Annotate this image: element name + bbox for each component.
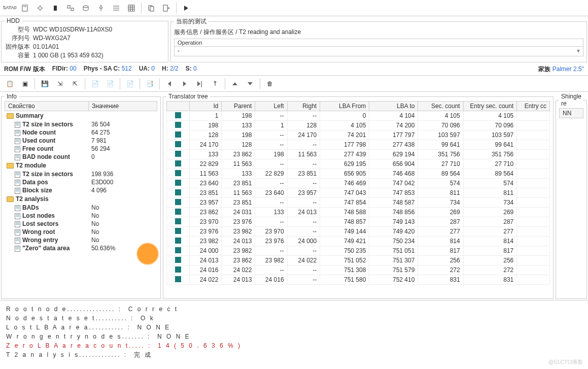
copy-icon[interactable] xyxy=(144,1,159,15)
chart-icon[interactable] xyxy=(109,1,124,15)
node-icon xyxy=(175,151,181,157)
info-row[interactable]: BAD node count0 xyxy=(5,153,157,161)
info-row[interactable]: Used count7 981 xyxy=(5,137,157,145)
nav-end-icon[interactable]: | xyxy=(192,77,207,91)
node-icon xyxy=(175,189,181,195)
exit-icon[interactable] xyxy=(159,1,174,15)
svg-point-2 xyxy=(39,7,42,10)
info-row[interactable]: Data posE3D000 xyxy=(5,178,157,186)
save-icon[interactable]: 💾 xyxy=(37,77,52,91)
folder-icon xyxy=(7,113,14,119)
doc1-icon[interactable]: 📄 xyxy=(87,77,102,91)
save2-icon[interactable]: ⇲ xyxy=(52,77,67,91)
tree-col[interactable]: Parent xyxy=(222,102,255,111)
table-row[interactable]: 23 95723 851----747 854748 587734734 xyxy=(167,198,550,208)
action2-icon[interactable]: ▣ xyxy=(17,77,32,91)
grid-icon[interactable] xyxy=(124,1,139,15)
main-toolbar: SATA0 xyxy=(0,0,588,16)
doc4-icon[interactable]: 📑 xyxy=(142,77,157,91)
table-row[interactable]: 23 98224 01323 97624 000749 421750 23481… xyxy=(167,237,550,246)
svg-rect-0 xyxy=(22,5,27,11)
translator-tree-panel: Translator tree IdParentLeftRightLBA Fro… xyxy=(163,93,554,299)
tree-col[interactable]: Right xyxy=(287,102,320,111)
tree-col[interactable]: LBA From xyxy=(320,102,369,111)
hdd-legend: HDD xyxy=(5,17,22,24)
doc-icon xyxy=(15,122,20,128)
tree-col[interactable]: Id xyxy=(190,102,222,111)
chip-icon[interactable] xyxy=(48,1,63,15)
gear-icon[interactable] xyxy=(32,1,48,15)
table-row[interactable]: 13323 86219811 563277 439629 194351 7563… xyxy=(167,150,550,159)
tool-icon[interactable] xyxy=(17,1,32,15)
info-folder[interactable]: T2 analysis xyxy=(5,194,157,204)
svg-rect-11 xyxy=(163,5,167,11)
info-folder[interactable]: T2 module xyxy=(5,161,157,170)
table-row[interactable]: 23 97023 976----748 857749 143287287 xyxy=(167,217,550,227)
module-icon[interactable] xyxy=(63,1,78,15)
table-row[interactable]: 19813311284 10574 20070 09670 096 xyxy=(167,121,550,130)
node-icon xyxy=(175,122,181,128)
svg-rect-4 xyxy=(67,6,70,8)
doc-icon xyxy=(15,246,20,252)
play-icon xyxy=(184,6,188,11)
tree-col[interactable]: Sec. count xyxy=(418,102,463,111)
node-icon xyxy=(175,170,181,176)
table-row[interactable]: 24 01624 022----751 308751 579272272 xyxy=(167,265,550,275)
doc-icon xyxy=(15,154,20,160)
tree-col[interactable]: Entry cc xyxy=(517,102,550,111)
tool2-icon[interactable] xyxy=(93,1,109,15)
table-row[interactable]: 24 02224 01324 016--751 580752 410831831 xyxy=(167,275,550,285)
info-row[interactable]: Wrong entryNo xyxy=(5,236,157,244)
doc2-icon[interactable]: 📄 xyxy=(102,77,118,91)
play-button[interactable] xyxy=(179,1,194,15)
operation-value[interactable]: -▾ xyxy=(175,47,583,56)
nav-right-icon[interactable] xyxy=(177,77,192,91)
table-row[interactable]: 24 01323 86223 98224 022751 052751 30725… xyxy=(167,256,550,265)
info-row[interactable]: T2 size in sectors36 504 xyxy=(5,120,157,128)
table-row[interactable]: 23 97623 98223 970--749 144749 420277277 xyxy=(167,227,550,237)
action1-icon[interactable]: 📋 xyxy=(2,77,17,91)
table-row[interactable]: 24 170128----177 798277 43899 64199 641 xyxy=(167,140,550,150)
export-icon[interactable]: ⇱ xyxy=(67,77,83,91)
doc3-icon[interactable]: 📄 xyxy=(122,77,137,91)
doc-icon xyxy=(15,130,20,136)
info-row[interactable]: Lost sectorsNo xyxy=(5,220,157,228)
tree-col[interactable] xyxy=(167,102,190,111)
sata-button[interactable]: SATA0 xyxy=(2,1,17,15)
info-row[interactable]: "Zero" data area50.636% xyxy=(5,244,157,252)
tree-col[interactable]: Left xyxy=(255,102,287,111)
table-row[interactable]: 22 82911 563----629 195656 90427 71027 7… xyxy=(167,159,550,169)
info-row[interactable]: BADsNo xyxy=(5,204,157,212)
node-icon xyxy=(175,131,181,138)
nav-top-icon[interactable]: ⤒ xyxy=(207,77,223,91)
table-row[interactable]: 24 00023 982----750 235751 051817817 xyxy=(167,246,550,256)
info-row[interactable]: Node count64 275 xyxy=(5,128,157,137)
watermark: @51CTO博客 xyxy=(548,358,583,363)
info-row[interactable]: Lost nodesNo xyxy=(5,212,157,220)
table-row[interactable]: 11 56313322 82923 851656 905746 46889 56… xyxy=(167,169,550,179)
info-row[interactable]: T2 size in sectors198 936 xyxy=(5,170,157,178)
bucket-icon[interactable]: 🗑 xyxy=(262,77,278,91)
translator-tree-table[interactable]: IdParentLeftRightLBA FromLBA toSec. coun… xyxy=(166,101,550,285)
tree-col[interactable]: Entry sec. count xyxy=(463,102,517,111)
info-folder[interactable]: Summary xyxy=(5,111,157,120)
nav-down-icon[interactable] xyxy=(243,77,258,91)
info-row[interactable]: Wrong rootNo xyxy=(5,228,157,236)
nav-up-icon[interactable] xyxy=(227,77,243,91)
table-row[interactable]: 1198----04 1044 1054 105 xyxy=(167,111,550,121)
nav-left-icon[interactable] xyxy=(162,77,177,91)
disk-icon[interactable] xyxy=(78,1,93,15)
table-row[interactable]: 23 86224 03113324 013748 588748 85626926… xyxy=(167,208,550,217)
info-row[interactable]: Block size4 096 xyxy=(5,186,157,194)
node-icon xyxy=(175,238,181,244)
svg-point-6 xyxy=(83,6,88,8)
tree-col[interactable]: LBA to xyxy=(369,102,418,111)
info-panel: Info СвойствоЗначение SummaryT2 size in … xyxy=(1,93,161,299)
table-row[interactable]: 128198--24 17074 201177 797103 597103 59… xyxy=(167,130,550,140)
table-row[interactable]: 23 64023 851----746 469747 042574574 xyxy=(167,179,550,188)
doc-icon xyxy=(15,188,20,194)
table-row[interactable]: 23 85111 56323 64023 957747 043747 85381… xyxy=(167,188,550,198)
info-row[interactable]: Free count56 294 xyxy=(5,145,157,153)
svg-rect-10 xyxy=(150,7,154,11)
doc-icon xyxy=(15,138,20,144)
